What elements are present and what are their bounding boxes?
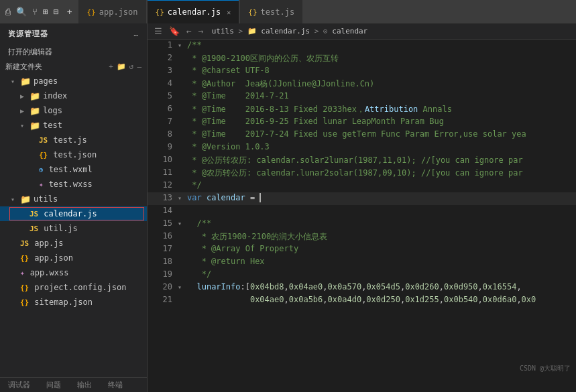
new-folder-button[interactable]: 📁 (117, 62, 126, 71)
code-line-7: 7 * @Time 2016-9-25 Fixed lunar LeapMont… (148, 116, 576, 129)
bc-folder-icon: 📁 (247, 27, 257, 36)
tree-item-projectconfig[interactable]: {} project.config.json (0, 280, 147, 295)
line-number: 8 (148, 129, 178, 141)
more-icon[interactable]: … (133, 29, 139, 38)
json-file-icon: {} (39, 151, 48, 159)
source-control-icon[interactable]: ⑂ (32, 7, 38, 17)
fold-arrow[interactable]: ▾ (178, 281, 187, 294)
tab-test-js[interactable]: {} test.js (240, 0, 302, 23)
tab-calendar-js[interactable]: {} calendar.js ✕ (148, 0, 239, 23)
file-tree: ▾ 📁 pages ▶ 📁 index ▶ 📁 logs (0, 74, 147, 377)
line-number: 17 (148, 243, 178, 256)
output-tab[interactable]: 输出 (74, 380, 95, 390)
tree-item-label: logs (43, 106, 62, 115)
tab-close-button[interactable]: ✕ (227, 9, 231, 16)
tree-item-index[interactable]: ▶ 📁 index (0, 88, 147, 103)
wxml-file-icon: ⊕ (39, 166, 44, 174)
refresh-button[interactable]: ↺ (129, 62, 134, 71)
line-number: 9 (148, 141, 178, 154)
code-editor[interactable]: 1 ▾ /** 2 * @1900-2100区间内的公历、农历互转 3 (148, 40, 576, 392)
fold-arrow (178, 243, 187, 256)
tree-item-label: test.js (53, 135, 87, 145)
new-file-button[interactable]: + (109, 62, 113, 71)
tree-item-testwxss[interactable]: ✦ test.wxss (0, 177, 147, 192)
tree-item-appjson[interactable]: {} app.json (0, 251, 147, 265)
collapse-button[interactable]: — (137, 62, 141, 71)
fold-arrow[interactable]: ▾ (178, 218, 187, 231)
tab-app-json[interactable]: {} app.json (78, 0, 146, 23)
sidebar-header: 资源管理器 … (0, 23, 147, 44)
code-line-21: 21 0x04ae0,0x0a5b6,0x0a4d0,0x0d250,0x1d2… (148, 294, 576, 307)
fold-arrow[interactable]: ▾ (178, 192, 187, 205)
code-line-6: 6 * @Time 2016-8-13 Fixed 2033hex，Attrib… (148, 103, 576, 116)
line-content: lunarInfo:[0x04bd8,0x04ae0,0x0a570,0x054… (187, 281, 576, 294)
js-file-icon: JS (30, 210, 38, 218)
tree-item-label: app.wxss (30, 268, 69, 277)
bc-sep1: > (238, 27, 247, 36)
breadcrumb: utils > 📁 calendar.js > ⊙ calendar (212, 27, 368, 36)
tree-item-calendarjs[interactable]: JS calendar.js (0, 206, 147, 221)
new-file-icon[interactable]: ⎙ (5, 7, 11, 17)
folder-icon: 📁 (20, 76, 31, 86)
line-number: 21 (148, 294, 178, 307)
main-area: 资源管理器 … 打开的编辑器 新建文件夹 + 📁 ↺ — (0, 23, 576, 392)
fold-arrow (178, 90, 187, 103)
line-content: * @Time 2017-7-24 Fixed use getTerm Func… (187, 129, 576, 141)
code-line-4: 4 * @Author Jea杨(JJonline@JJonline.Cn) (148, 78, 576, 90)
tree-item-testjson[interactable]: {} test.json (0, 147, 147, 162)
new-folder-label: 新建文件夹 (5, 62, 42, 72)
grid-icon[interactable]: ⊞ (43, 7, 48, 17)
back-icon[interactable]: ← (185, 26, 193, 36)
wxss-file-icon: ✦ (39, 180, 44, 189)
code-line-10: 10 * @公历转农历: calendar.solar2lunar(1987,1… (148, 154, 576, 167)
fold-arrow[interactable]: ▾ (178, 40, 187, 52)
code-line-9: 9 * @Version 1.0.3 (148, 141, 576, 154)
code-line-5: 5 * @Time 2014-7-21 (148, 90, 576, 103)
line-number: 12 (148, 180, 178, 192)
forward-icon[interactable]: → (197, 26, 205, 36)
plus-icon[interactable]: + (67, 7, 72, 17)
open-editors-label[interactable]: 打开的编辑器 (0, 44, 147, 60)
terminal-tab[interactable]: 终端 (105, 380, 125, 390)
json-file-icon: {} (20, 283, 29, 292)
tree-item-testwxml[interactable]: ⊕ test.wxml (0, 162, 147, 177)
tree-item-appjs[interactable]: JS app.js (0, 236, 147, 251)
tabs-area: {} app.json {} calendar.js ✕ {} test.js (78, 0, 571, 23)
fold-arrow (178, 129, 187, 141)
search-icon[interactable]: 🔍 (16, 7, 27, 17)
js-file-icon: JS (20, 239, 29, 248)
tree-item-pages[interactable]: ▾ 📁 pages (0, 74, 147, 88)
line-number: 16 (148, 231, 178, 243)
bc-utils: utils (212, 27, 234, 36)
json-file-icon: {} (20, 254, 29, 263)
debug-tab[interactable]: 调试器 (5, 380, 33, 390)
tree-item-utils[interactable]: ▾ 📁 utils (0, 192, 147, 206)
code-line-11: 11 * @农历转公历: calendar.lunar2solar(1987,0… (148, 167, 576, 180)
line-content: /** (187, 40, 576, 52)
tree-item-label: calendar.js (44, 209, 97, 218)
code-line-2: 2 * @1900-2100区间内的公历、农历互转 (148, 52, 576, 65)
extension-icon[interactable]: ⊟ (54, 7, 59, 17)
bookmark-icon[interactable]: 🔖 (168, 26, 181, 36)
tree-item-utiljs[interactable]: JS util.js (0, 221, 147, 236)
arrow-pages: ▾ (11, 78, 17, 85)
tree-item-sitemapjson[interactable]: {} sitemap.json (0, 295, 147, 310)
tree-item-label: util.js (44, 224, 78, 233)
line-number: 10 (148, 154, 178, 167)
tree-item-appwxss[interactable]: ✦ app.wxss (0, 265, 147, 280)
tree-item-label: pages (34, 76, 58, 86)
menu-icon[interactable]: ☰ (153, 26, 164, 36)
code-line-15: 15 ▾ /** (148, 218, 576, 231)
tree-item-testjs[interactable]: JS test.js (0, 133, 147, 147)
line-content: /** (187, 218, 576, 231)
tree-item-test[interactable]: ▾ 📁 test (0, 118, 147, 133)
tree-item-logs[interactable]: ▶ 📁 logs (0, 103, 147, 118)
editor-area: ☰ 🔖 ← → utils > 📁 calendar.js > ⊙ calend… (148, 23, 576, 392)
tree-item-label: test.wxml (49, 165, 93, 174)
problems-tab[interactable]: 问题 (44, 380, 64, 390)
code-line-20: 20 ▾ lunarInfo:[0x04bd8,0x04ae0,0x0a570,… (148, 281, 576, 294)
fold-arrow (178, 231, 187, 243)
code-line-13: 13 ▾ var calendar = (148, 192, 576, 205)
code-line-12: 12 */ (148, 180, 576, 192)
line-number: 11 (148, 167, 178, 180)
